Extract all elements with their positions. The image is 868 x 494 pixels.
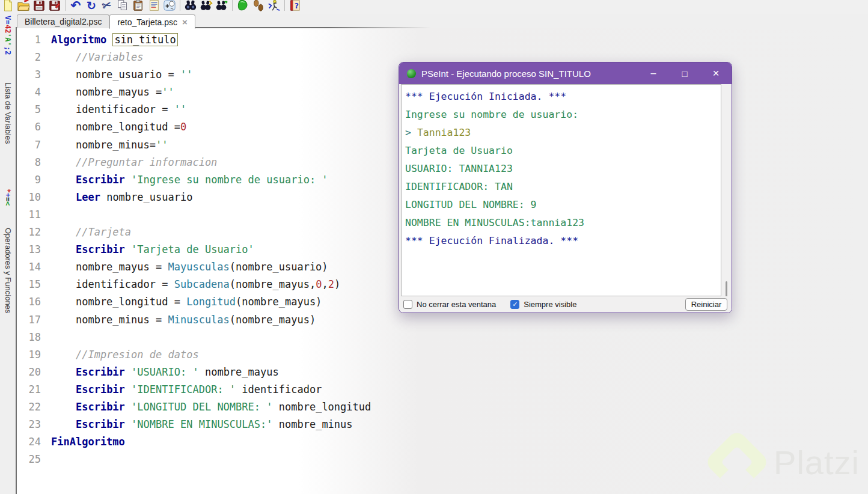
- line-number: 18: [17, 329, 41, 346]
- toolbar-separator: [284, 0, 285, 11]
- panel-tab-operadores-y-funciones[interactable]: Operadores y Funciones: [0, 216, 16, 325]
- paste-icon[interactable]: [130, 0, 146, 12]
- left-panel-strip: V=42'A';2Lista de Variables*+=<Operadore…: [0, 14, 16, 494]
- line-number: 9: [17, 171, 41, 189]
- code-line: 7 nombre_minus='': [17, 136, 414, 154]
- panel-icon-variables[interactable]: V=42'A';2: [0, 17, 16, 54]
- code-text: nombre_mayus = Mayusculas(nombre_usuario…: [51, 258, 328, 276]
- step-run-icon[interactable]: [251, 0, 266, 12]
- minimize-icon[interactable]: –: [638, 63, 669, 84]
- help-icon[interactable]: ?: [287, 0, 303, 12]
- code-line: 1Algoritmo sin_titulo: [17, 31, 414, 49]
- line-number: 13: [17, 241, 41, 258]
- save-as-icon[interactable]: [47, 0, 63, 12]
- insert-snippet-icon[interactable]: [162, 0, 177, 12]
- save-icon[interactable]: [31, 0, 47, 12]
- code-text: identificador = '': [51, 101, 186, 118]
- toolbar-separator: [65, 0, 66, 11]
- line-number: 12: [17, 224, 41, 241]
- code-line: 17 nombre_minus = Minusculas(nombre_mayu…: [17, 311, 414, 329]
- replace-icon[interactable]: [214, 0, 230, 12]
- line-number: 21: [17, 381, 41, 398]
- code-text: Escribir 'LONGITUD DEL NOMBRE: ' nombre_…: [51, 398, 371, 416]
- line-number: 23: [17, 416, 41, 433]
- line-number: 2: [17, 49, 41, 66]
- line-number: 11: [17, 206, 41, 224]
- pseint-app-icon: [407, 69, 416, 78]
- toolbar-separator: [180, 0, 180, 11]
- line-number: 6: [17, 118, 41, 136]
- close-icon[interactable]: ×: [700, 63, 732, 84]
- copy-icon[interactable]: [115, 0, 130, 12]
- code-text: nombre_mayus ='': [51, 84, 174, 101]
- code-line: 10 Leer nombre_usuario: [17, 189, 414, 206]
- tab-bar: Billetera_digital2.pscreto_Tarjeta.psc×: [17, 14, 195, 28]
- undo-icon[interactable]: ↶: [68, 0, 84, 12]
- code-text: nombre_minus='': [51, 136, 168, 154]
- no-close-checkbox[interactable]: [403, 300, 412, 309]
- code-text: nombre_usuario = '': [51, 66, 192, 84]
- find-icon[interactable]: [183, 0, 198, 12]
- cut-icon[interactable]: ✂: [99, 0, 115, 12]
- code-text: Escribir 'NOMBRE EN MINUSCULAS:' nombre_…: [51, 416, 353, 433]
- restart-button[interactable]: Reiniciar: [685, 298, 727, 311]
- line-number: 1: [17, 31, 41, 49]
- new-file-icon[interactable]: [0, 0, 16, 12]
- tab-label: reto_Tarjeta.psc: [117, 17, 177, 27]
- run-icon[interactable]: [235, 0, 251, 12]
- console-line: IDENTIFICADOR: TAN: [405, 178, 717, 196]
- line-number: 10: [17, 189, 41, 206]
- console-line: *** Ejecución Iniciada. ***: [405, 88, 717, 106]
- toolbar: ↶↻✂?: [0, 0, 868, 14]
- execution-window-footer: No cerrar esta ventana ✓ Siempre visible…: [399, 296, 732, 313]
- console-line: LONGITUD DEL NOMBRE: 9: [405, 196, 717, 214]
- line-number: 8: [17, 154, 41, 171]
- run-to-line-icon[interactable]: [266, 0, 282, 12]
- tab-close-icon[interactable]: ×: [182, 17, 188, 26]
- line-number: 7: [17, 136, 41, 154]
- console-line: Tarjeta de Usuario: [405, 142, 717, 160]
- code-line: 25: [17, 451, 414, 468]
- code-text: //Tarjeta: [51, 224, 131, 241]
- code-text: //Preguntar informacion: [51, 154, 217, 171]
- line-number: 4: [17, 84, 41, 101]
- maximize-icon[interactable]: □: [669, 63, 700, 84]
- redo-icon[interactable]: ↻: [84, 0, 99, 12]
- code-line: 22 Escribir 'LONGITUD DEL NOMBRE: ' nomb…: [17, 398, 414, 416]
- code-line: 23 Escribir 'NOMBRE EN MINUSCULAS:' nomb…: [17, 416, 414, 433]
- execution-window[interactable]: PSeInt - Ejecutando proceso SIN_TITULO –…: [399, 62, 732, 313]
- code-line: 13 Escribir 'Tarjeta de Usuario': [17, 241, 414, 258]
- code-line: 24FinAlgoritmo: [17, 433, 414, 451]
- code-text: nombre_longitud =0: [51, 118, 186, 136]
- code-line: 15 identificador = Subcadena(nombre_mayu…: [17, 276, 414, 293]
- code-line: 9 Escribir 'Ingrese su nombre de usuario…: [17, 171, 414, 189]
- code-text: //Impresion de datos: [51, 346, 199, 364]
- code-text: Escribir 'Ingrese su nombre de usuario: …: [51, 171, 328, 189]
- code-line: 19 //Impresion de datos: [17, 346, 414, 364]
- platzi-watermark-text: Platzi: [774, 443, 860, 482]
- always-visible-checkbox[interactable]: ✓: [510, 300, 519, 309]
- line-number: 16: [17, 293, 41, 311]
- tab-reto_Tarjeta.psc[interactable]: reto_Tarjeta.psc×: [109, 14, 195, 29]
- tab-Billetera_digital2.psc[interactable]: Billetera_digital2.psc: [17, 14, 109, 28]
- line-number: 14: [17, 258, 41, 276]
- code-editor[interactable]: 1Algoritmo sin_titulo2 //Variables3 nomb…: [17, 31, 414, 468]
- line-number: 3: [17, 66, 41, 84]
- panel-tab-lista-de-variables[interactable]: Lista de Variables: [0, 53, 16, 173]
- panel-icon-operators[interactable]: *+=<: [0, 180, 16, 214]
- execution-console[interactable]: *** Ejecución Iniciada. ***Ingrese su no…: [401, 84, 721, 296]
- code-text: Leer nombre_usuario: [51, 189, 192, 206]
- code-text: Algoritmo sin_titulo: [51, 31, 178, 49]
- open-file-icon[interactable]: [16, 0, 31, 12]
- format-source-icon[interactable]: [146, 0, 162, 12]
- console-line: *** Ejecución Finalizada. ***: [405, 232, 717, 250]
- always-visible-checkbox-label: Siempre visible: [524, 300, 576, 309]
- code-line: 4 nombre_mayus ='': [17, 84, 414, 101]
- platzi-logo-icon: [704, 429, 770, 494]
- svg-text:?: ?: [295, 2, 299, 10]
- code-line: 21 Escribir 'IDENTIFICADOR: ' identifica…: [17, 381, 414, 398]
- line-number: 24: [17, 433, 41, 451]
- code-text: //Variables: [51, 49, 144, 66]
- find-next-icon[interactable]: [198, 0, 214, 12]
- code-text: nombre_minus = Minusculas(nombre_mayus): [51, 311, 316, 329]
